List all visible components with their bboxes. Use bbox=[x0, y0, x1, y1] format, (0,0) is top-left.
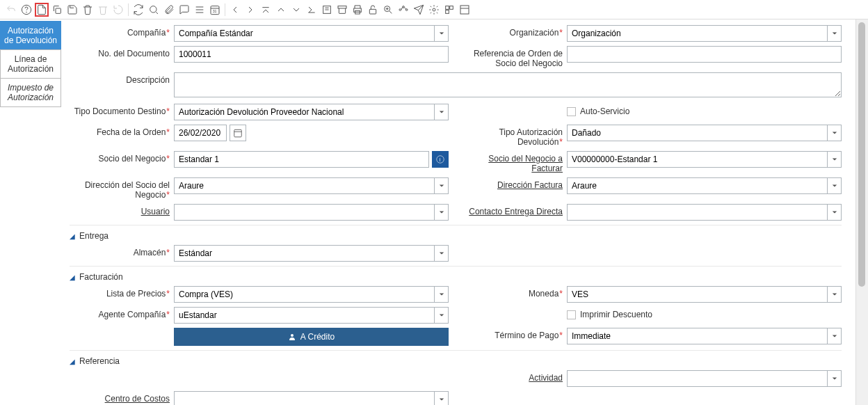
tipo-doc-destino-field[interactable] bbox=[174, 104, 435, 120]
svg-point-22 bbox=[399, 8, 401, 10]
lista-precios-dropdown[interactable] bbox=[435, 286, 449, 303]
label-centro-costos: Centro de Costos bbox=[70, 391, 174, 404]
first-icon[interactable] bbox=[259, 3, 273, 17]
organizacion-field[interactable] bbox=[567, 25, 828, 42]
label-no-documento: No. del Documento bbox=[70, 46, 174, 58]
svg-rect-28 bbox=[446, 10, 449, 13]
actividad-field[interactable] bbox=[567, 370, 828, 387]
trash-alt-icon[interactable] bbox=[96, 3, 110, 17]
svg-rect-27 bbox=[450, 6, 453, 9]
label-organizacion: Organización bbox=[510, 28, 559, 38]
label-tipo-autorizacion: Tipo Autorización Devolución bbox=[499, 127, 563, 147]
termino-pago-field[interactable] bbox=[567, 328, 828, 344]
direccion-socio-field[interactable] bbox=[174, 177, 435, 194]
panel-icon[interactable] bbox=[458, 3, 472, 17]
centro-costos-dropdown[interactable] bbox=[435, 391, 449, 405]
undo-icon[interactable] bbox=[4, 3, 18, 17]
centro-costos-field[interactable] bbox=[174, 391, 435, 405]
tipo-autorizacion-dropdown[interactable] bbox=[828, 125, 842, 141]
section-referencia[interactable]: ◢ Referencia bbox=[70, 350, 842, 370]
print-icon[interactable] bbox=[351, 3, 364, 17]
organizacion-dropdown[interactable] bbox=[828, 25, 842, 42]
prev-icon[interactable] bbox=[228, 3, 242, 17]
search-icon[interactable] bbox=[147, 3, 161, 17]
up-icon[interactable] bbox=[274, 3, 288, 17]
agente-compania-dropdown[interactable] bbox=[435, 307, 449, 324]
attach-icon[interactable] bbox=[162, 3, 176, 17]
actividad-dropdown[interactable] bbox=[828, 370, 842, 387]
socio-facturar-dropdown[interactable] bbox=[828, 151, 842, 168]
calendar-icon[interactable]: 31 bbox=[208, 3, 222, 17]
workflow-icon[interactable] bbox=[396, 3, 410, 17]
direccion-factura-dropdown[interactable] bbox=[828, 177, 842, 194]
agente-compania-field[interactable] bbox=[174, 307, 435, 324]
scrollbar-thumb[interactable] bbox=[858, 22, 865, 287]
zoom-icon[interactable] bbox=[381, 3, 395, 17]
almacen-dropdown[interactable] bbox=[435, 245, 449, 262]
svg-text:i: i bbox=[440, 157, 441, 162]
almacen-field[interactable] bbox=[174, 245, 435, 262]
label-lista-precios: Lista de Precios bbox=[106, 289, 166, 299]
moneda-dropdown[interactable] bbox=[828, 286, 842, 303]
compania-dropdown[interactable] bbox=[435, 25, 449, 42]
collapse-icon: ◢ bbox=[70, 232, 75, 240]
next-icon[interactable] bbox=[243, 3, 257, 17]
tool-icon[interactable] bbox=[442, 3, 456, 17]
grid-icon[interactable] bbox=[193, 3, 207, 17]
collapse-icon: ◢ bbox=[70, 358, 75, 365]
a-credito-button[interactable]: A Crédito bbox=[174, 328, 449, 346]
report-icon[interactable] bbox=[320, 3, 334, 17]
help-icon[interactable] bbox=[19, 3, 33, 17]
down-icon[interactable] bbox=[289, 3, 303, 17]
section-entrega[interactable]: ◢ Entrega bbox=[70, 225, 842, 245]
fecha-orden-picker[interactable] bbox=[230, 125, 246, 141]
label-fecha-orden: Fecha de la Orden bbox=[97, 127, 166, 137]
new-document-icon[interactable] bbox=[35, 3, 49, 17]
lista-precios-field[interactable] bbox=[174, 286, 435, 303]
contacto-directa-dropdown[interactable] bbox=[828, 204, 842, 221]
label-usuario: Usuario bbox=[70, 204, 174, 216]
undo2-icon[interactable] bbox=[111, 3, 125, 17]
imprimir-descuento-checkbox[interactable] bbox=[567, 310, 576, 319]
usuario-dropdown[interactable] bbox=[435, 204, 449, 221]
contacto-directa-field[interactable] bbox=[567, 204, 828, 221]
last-icon[interactable] bbox=[305, 3, 319, 17]
usuario-field[interactable] bbox=[174, 204, 435, 221]
compania-field[interactable] bbox=[174, 25, 435, 42]
termino-pago-dropdown[interactable] bbox=[828, 328, 842, 344]
copy-icon[interactable] bbox=[50, 3, 64, 17]
refresh-icon[interactable] bbox=[131, 3, 145, 17]
label-socio-negocio: Socio del Negocio bbox=[99, 154, 166, 164]
section-facturacion[interactable]: ◢ Facturación bbox=[70, 266, 842, 286]
send-icon[interactable] bbox=[412, 3, 426, 17]
tipo-doc-destino-dropdown[interactable] bbox=[435, 104, 449, 120]
moneda-field[interactable] bbox=[567, 286, 828, 303]
trash-icon[interactable] bbox=[81, 3, 95, 17]
tab-impuesto-autorizacion[interactable]: Impuesto de Autorización bbox=[0, 78, 61, 107]
chat-icon[interactable] bbox=[177, 3, 191, 17]
gear-icon[interactable] bbox=[427, 3, 441, 17]
direccion-factura-field[interactable] bbox=[567, 177, 828, 194]
lock-icon[interactable] bbox=[366, 3, 380, 17]
socio-negocio-info-button[interactable]: i bbox=[432, 151, 449, 168]
no-documento-field[interactable] bbox=[174, 46, 449, 63]
fecha-orden-field[interactable] bbox=[174, 125, 227, 141]
scrollbar[interactable] bbox=[855, 19, 868, 405]
tipo-autorizacion-field[interactable] bbox=[567, 125, 828, 141]
tab-linea-autorizacion[interactable]: Línea de Autorización bbox=[0, 49, 61, 79]
socio-negocio-field[interactable] bbox=[174, 151, 429, 168]
label-socio-facturar: Socio del Negocio a Facturar bbox=[463, 151, 567, 173]
tab-autorizacion-devolucion[interactable]: Autorización de Devolución bbox=[0, 21, 61, 50]
referencia-orden-field[interactable] bbox=[567, 46, 842, 63]
label-almacen: Almacén bbox=[134, 248, 166, 257]
socio-facturar-field[interactable] bbox=[567, 151, 828, 168]
direccion-socio-dropdown[interactable] bbox=[435, 177, 449, 194]
descripcion-field[interactable] bbox=[174, 72, 842, 97]
save-icon[interactable] bbox=[65, 3, 79, 17]
toolbar-separator bbox=[128, 3, 129, 16]
svg-rect-29 bbox=[460, 6, 469, 14]
archive-icon[interactable] bbox=[335, 3, 349, 17]
auto-servicio-checkbox[interactable] bbox=[567, 107, 576, 116]
label-actividad: Actividad bbox=[463, 370, 567, 383]
form-content: Compañía* Organización* No. del Document… bbox=[61, 19, 855, 405]
